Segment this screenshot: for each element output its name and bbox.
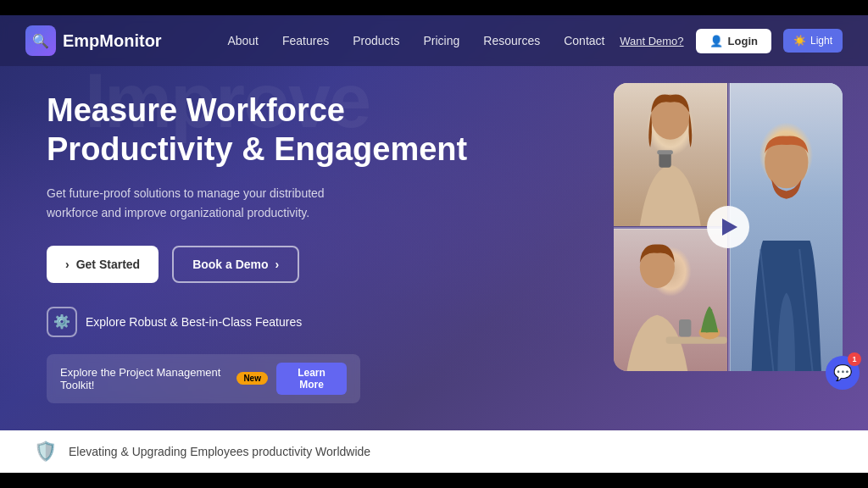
hero-section: Improve Measure WorkforceProductivity & … [0,66,868,430]
nav-links: About Features Products Pricing Resource… [213,33,620,48]
main-wrapper: 🔍 EmpMonitor About Features Products Pri… [0,15,868,473]
get-started-label: Get Started [76,258,140,271]
want-demo-link[interactable]: Want Demo? [620,35,683,47]
cta-buttons: › Get Started Book a Demo › [47,246,571,283]
person-icon: 👤 [709,35,723,47]
hero-subtitle: Get future-proof solutions to manage you… [47,184,335,222]
project-banner-text: Explore the Project Management Toolkit! [60,366,228,391]
arrow-icon: › [65,258,70,271]
sun-icon: ☀️ [793,35,806,47]
image-collage [614,83,843,371]
navbar: 🔍 EmpMonitor About Features Products Pri… [0,15,868,66]
bottom-bar [0,473,868,488]
shield-icon: 🛡️ [34,441,57,463]
nav-link-pricing[interactable]: Pricing [423,34,459,47]
nav-right: Want Demo? 👤 Login ☀️ Light [620,29,843,53]
logo-normal: Monitor [99,31,161,50]
person-silhouette-1 [614,83,727,226]
logo-bold: Emp [63,31,99,50]
explore-label: Explore Robust & Best-in-Class Features [86,315,302,329]
nav-item-products[interactable]: Products [353,33,399,48]
features-icon: ⚙️ [47,307,77,337]
nav-item-pricing[interactable]: Pricing [423,33,459,48]
person-silhouette-3 [614,229,727,372]
light-toggle-button[interactable]: ☀️ Light [783,29,843,53]
nav-link-about[interactable]: About [227,34,259,47]
play-icon [722,219,737,236]
footer-text: Elevating & Upgrading Employees producti… [69,445,370,458]
nav-link-products[interactable]: Products [353,34,399,47]
hero-left: Measure WorkforceProductivity & Engageme… [0,66,605,430]
new-badge: New [236,372,268,385]
book-demo-button[interactable]: Book a Demo › [172,246,299,283]
chat-icon: 💬 [833,363,852,382]
features-explore: ⚙️ Explore Robust & Best-in-Class Featur… [47,307,571,337]
book-demo-label: Book a Demo [192,258,268,271]
login-label: Login [728,35,758,47]
light-label: Light [810,35,832,47]
project-management-banner: Explore the Project Management Toolkit! … [47,354,360,403]
nav-item-about[interactable]: About [227,33,259,48]
nav-link-features[interactable]: Features [282,34,329,47]
play-button[interactable] [707,206,749,248]
learn-more-button[interactable]: Learn More [276,363,347,395]
image-cell-1 [614,83,727,226]
footer-bar: 🛡️ Elevating & Upgrading Employees produ… [0,430,868,473]
nav-link-contact[interactable]: Contact [564,34,604,47]
svg-rect-8 [679,319,691,336]
login-button[interactable]: 👤 Login [696,29,771,53]
top-bar [0,0,868,15]
nav-item-features[interactable]: Features [282,33,329,48]
get-started-button[interactable]: › Get Started [47,246,159,283]
logo-text: EmpMonitor [63,31,162,51]
image-cell-3 [614,229,727,372]
chat-badge: 1 [848,352,861,366]
nav-item-resources[interactable]: Resources [483,33,540,48]
svg-rect-7 [666,336,727,343]
hero-title: Measure WorkforceProductivity & Engageme… [47,92,571,169]
chat-bubble[interactable]: 💬 1 [826,356,860,390]
svg-rect-2 [657,150,672,154]
nav-item-contact[interactable]: Contact [564,33,604,48]
nav-link-resources[interactable]: Resources [483,34,540,47]
arrow-right-icon: › [275,258,280,271]
logo-icon: 🔍 [25,25,56,56]
logo-area: 🔍 EmpMonitor [25,25,162,56]
